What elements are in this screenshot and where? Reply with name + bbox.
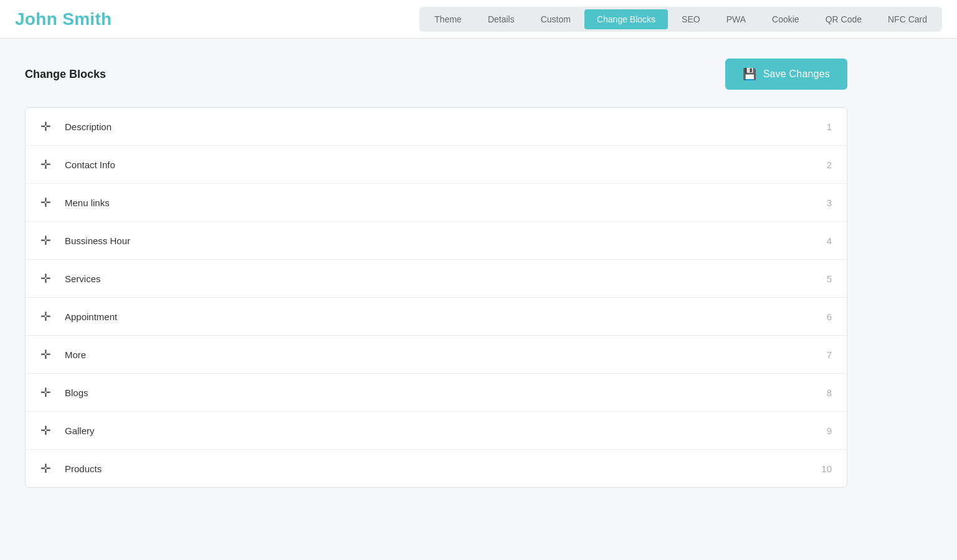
- drag-handle-icon: ✛: [40, 385, 51, 400]
- tab-change-blocks[interactable]: Change Blocks: [584, 9, 668, 29]
- page-header: Change Blocks 💾 Save Changes: [25, 59, 847, 90]
- block-label: Appointment: [65, 311, 827, 322]
- block-number: 8: [827, 387, 832, 398]
- drag-handle-icon: ✛: [40, 309, 51, 324]
- list-item[interactable]: ✛ Bussiness Hour 4: [26, 222, 847, 260]
- block-number: 10: [821, 463, 832, 474]
- tab-details[interactable]: Details: [475, 9, 527, 29]
- save-button[interactable]: 💾 Save Changes: [725, 59, 847, 90]
- list-item[interactable]: ✛ Blogs 8: [26, 374, 847, 412]
- nav-tabs: ThemeDetailsCustomChange BlocksSEOPWACoo…: [419, 7, 942, 32]
- tab-custom[interactable]: Custom: [528, 9, 583, 29]
- block-label: Blogs: [65, 387, 827, 398]
- app-title: John Smith: [15, 9, 112, 29]
- list-item[interactable]: ✛ Description 1: [26, 108, 847, 146]
- block-number: 6: [827, 311, 832, 322]
- drag-handle-icon: ✛: [40, 119, 51, 134]
- block-label: Services: [65, 273, 827, 284]
- list-item[interactable]: ✛ Menu links 3: [26, 184, 847, 222]
- block-number: 5: [827, 273, 832, 284]
- save-button-label: Save Changes: [763, 69, 830, 80]
- tab-cookie[interactable]: Cookie: [759, 9, 812, 29]
- drag-handle-icon: ✛: [40, 347, 51, 362]
- save-icon: 💾: [743, 67, 756, 81]
- block-label: More: [65, 349, 827, 360]
- list-item[interactable]: ✛ Contact Info 2: [26, 146, 847, 184]
- list-item[interactable]: ✛ Products 10: [26, 450, 847, 487]
- drag-handle-icon: ✛: [40, 233, 51, 248]
- main-content: Change Blocks 💾 Save Changes ✛ Descripti…: [0, 39, 872, 508]
- tab-seo[interactable]: SEO: [669, 9, 713, 29]
- block-number: 4: [827, 235, 832, 246]
- tab-pwa[interactable]: PWA: [714, 9, 758, 29]
- drag-handle-icon: ✛: [40, 461, 51, 476]
- drag-handle-icon: ✛: [40, 195, 51, 210]
- block-number: 9: [827, 425, 832, 436]
- header: John Smith ThemeDetailsCustomChange Bloc…: [0, 0, 957, 39]
- drag-handle-icon: ✛: [40, 157, 51, 172]
- tab-qr-code[interactable]: QR Code: [813, 9, 874, 29]
- drag-handle-icon: ✛: [40, 271, 51, 286]
- block-label: Gallery: [65, 425, 827, 436]
- page-title: Change Blocks: [25, 68, 106, 81]
- block-number: 7: [827, 349, 832, 360]
- list-item[interactable]: ✛ More 7: [26, 336, 847, 374]
- block-number: 1: [827, 121, 832, 132]
- block-label: Bussiness Hour: [65, 235, 827, 246]
- tab-theme[interactable]: Theme: [422, 9, 474, 29]
- tab-nfc-card[interactable]: NFC Card: [875, 9, 940, 29]
- block-label: Contact Info: [65, 159, 827, 170]
- block-label: Products: [65, 463, 821, 474]
- list-item[interactable]: ✛ Appointment 6: [26, 298, 847, 336]
- block-label: Menu links: [65, 197, 827, 208]
- list-item[interactable]: ✛ Services 5: [26, 260, 847, 298]
- drag-handle-icon: ✛: [40, 423, 51, 438]
- list-item[interactable]: ✛ Gallery 9: [26, 412, 847, 450]
- block-number: 2: [827, 159, 832, 170]
- block-list: ✛ Description 1 ✛ Contact Info 2 ✛ Menu …: [25, 107, 847, 488]
- block-number: 3: [827, 197, 832, 208]
- block-label: Description: [65, 121, 827, 132]
